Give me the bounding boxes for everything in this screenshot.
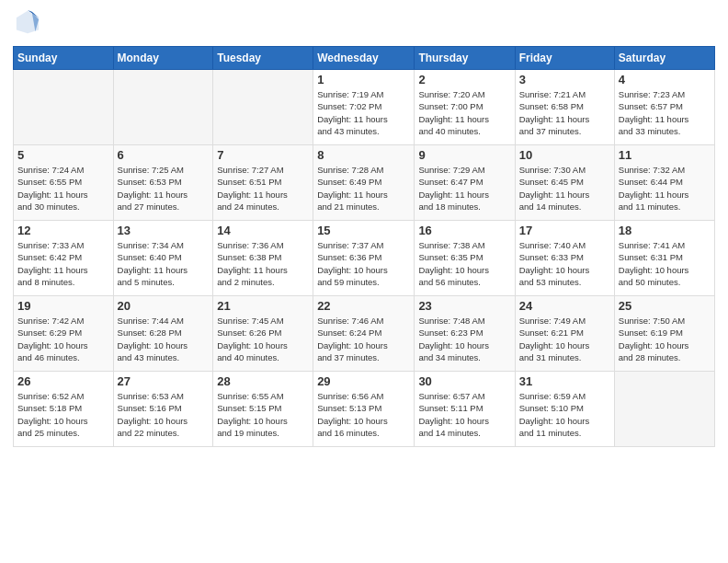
calendar-day [213, 70, 313, 145]
calendar-day: 14Sunrise: 7:36 AM Sunset: 6:38 PM Dayli… [213, 221, 313, 296]
calendar-day: 27Sunrise: 6:53 AM Sunset: 5:16 PM Dayli… [113, 372, 213, 447]
day-header-wednesday: Wednesday [313, 47, 415, 70]
day-number: 13 [118, 224, 210, 237]
calendar-day: 7Sunrise: 7:27 AM Sunset: 6:51 PM Daylig… [213, 145, 313, 221]
day-info: Sunrise: 7:32 AM Sunset: 6:44 PM Dayligh… [619, 164, 711, 213]
day-number: 15 [317, 224, 410, 237]
calendar-day: 5Sunrise: 7:24 AM Sunset: 6:55 PM Daylig… [14, 145, 114, 221]
day-info: Sunrise: 7:38 AM Sunset: 6:35 PM Dayligh… [418, 239, 510, 288]
day-number: 6 [118, 148, 210, 162]
day-info: Sunrise: 7:41 AM Sunset: 6:31 PM Dayligh… [619, 239, 711, 288]
day-info: Sunrise: 7:49 AM Sunset: 6:21 PM Dayligh… [519, 315, 610, 363]
day-number: 31 [519, 374, 610, 388]
week-row-3: 19Sunrise: 7:42 AM Sunset: 6:29 PM Dayli… [14, 296, 715, 372]
day-info: Sunrise: 7:45 AM Sunset: 6:26 PM Dayligh… [217, 315, 309, 363]
logo [13, 9, 42, 39]
calendar-day: 29Sunrise: 6:56 AM Sunset: 5:13 PM Dayli… [313, 372, 415, 447]
calendar-day: 31Sunrise: 6:59 AM Sunset: 5:10 PM Dayli… [515, 372, 614, 447]
calendar-day: 19Sunrise: 7:42 AM Sunset: 6:29 PM Dayli… [14, 296, 114, 372]
day-number: 30 [418, 374, 510, 388]
day-info: Sunrise: 6:52 AM Sunset: 5:18 PM Dayligh… [17, 390, 109, 439]
day-number: 4 [619, 73, 711, 86]
day-header-tuesday: Tuesday [213, 47, 313, 70]
day-info: Sunrise: 7:33 AM Sunset: 6:42 PM Dayligh… [17, 239, 109, 288]
day-info: Sunrise: 7:36 AM Sunset: 6:38 PM Dayligh… [217, 239, 309, 288]
day-number: 11 [619, 148, 711, 162]
day-info: Sunrise: 7:42 AM Sunset: 6:29 PM Dayligh… [17, 315, 109, 363]
day-number: 19 [17, 299, 109, 313]
calendar-day [113, 70, 213, 145]
calendar-day: 13Sunrise: 7:34 AM Sunset: 6:40 PM Dayli… [113, 221, 213, 296]
day-info: Sunrise: 7:19 AM Sunset: 7:02 PM Dayligh… [317, 88, 410, 137]
calendar-day: 18Sunrise: 7:41 AM Sunset: 6:31 PM Dayli… [614, 221, 714, 296]
day-number: 1 [317, 73, 410, 86]
day-info: Sunrise: 7:48 AM Sunset: 6:23 PM Dayligh… [418, 315, 510, 363]
calendar-day: 10Sunrise: 7:30 AM Sunset: 6:45 PM Dayli… [515, 145, 614, 221]
day-number: 18 [619, 224, 711, 237]
day-info: Sunrise: 7:40 AM Sunset: 6:33 PM Dayligh… [519, 239, 610, 288]
day-number: 8 [317, 148, 410, 162]
day-number: 22 [317, 299, 410, 313]
calendar-day: 12Sunrise: 7:33 AM Sunset: 6:42 PM Dayli… [14, 221, 114, 296]
calendar-day: 17Sunrise: 7:40 AM Sunset: 6:33 PM Dayli… [515, 221, 614, 296]
calendar-day: 8Sunrise: 7:28 AM Sunset: 6:49 PM Daylig… [313, 145, 415, 221]
calendar-day: 2Sunrise: 7:20 AM Sunset: 7:00 PM Daylig… [415, 70, 515, 145]
day-info: Sunrise: 7:27 AM Sunset: 6:51 PM Dayligh… [217, 164, 309, 213]
day-number: 28 [217, 374, 309, 388]
day-info: Sunrise: 7:28 AM Sunset: 6:49 PM Dayligh… [317, 164, 410, 213]
day-info: Sunrise: 7:23 AM Sunset: 6:57 PM Dayligh… [619, 88, 711, 137]
day-info: Sunrise: 6:56 AM Sunset: 5:13 PM Dayligh… [317, 390, 410, 439]
calendar-day: 6Sunrise: 7:25 AM Sunset: 6:53 PM Daylig… [113, 145, 213, 221]
calendar-day: 4Sunrise: 7:23 AM Sunset: 6:57 PM Daylig… [614, 70, 714, 145]
day-header-sunday: Sunday [14, 47, 114, 70]
calendar-header-row: SundayMondayTuesdayWednesdayThursdayFrid… [14, 47, 715, 70]
day-info: Sunrise: 7:37 AM Sunset: 6:36 PM Dayligh… [317, 239, 410, 288]
day-info: Sunrise: 7:30 AM Sunset: 6:45 PM Dayligh… [519, 164, 610, 213]
week-row-0: 1Sunrise: 7:19 AM Sunset: 7:02 PM Daylig… [14, 70, 715, 145]
calendar-table: SundayMondayTuesdayWednesdayThursdayFrid… [13, 46, 715, 447]
day-info: Sunrise: 7:46 AM Sunset: 6:24 PM Dayligh… [317, 315, 410, 363]
calendar-container: SundayMondayTuesdayWednesdayThursdayFrid… [0, 0, 728, 456]
header [13, 9, 715, 39]
calendar-day: 3Sunrise: 7:21 AM Sunset: 6:58 PM Daylig… [515, 70, 614, 145]
day-info: Sunrise: 7:44 AM Sunset: 6:28 PM Dayligh… [118, 315, 210, 363]
calendar-day: 15Sunrise: 7:37 AM Sunset: 6:36 PM Dayli… [313, 221, 415, 296]
calendar-day: 23Sunrise: 7:48 AM Sunset: 6:23 PM Dayli… [415, 296, 515, 372]
day-number: 10 [519, 148, 610, 162]
day-number: 12 [17, 224, 109, 237]
day-header-monday: Monday [113, 47, 213, 70]
day-info: Sunrise: 6:55 AM Sunset: 5:15 PM Dayligh… [217, 390, 309, 439]
day-header-saturday: Saturday [614, 47, 714, 70]
day-header-friday: Friday [515, 47, 614, 70]
day-number: 2 [418, 73, 510, 86]
calendar-day: 11Sunrise: 7:32 AM Sunset: 6:44 PM Dayli… [614, 145, 714, 221]
calendar-day: 21Sunrise: 7:45 AM Sunset: 6:26 PM Dayli… [213, 296, 313, 372]
calendar-day: 25Sunrise: 7:50 AM Sunset: 6:19 PM Dayli… [614, 296, 714, 372]
day-number: 26 [17, 374, 109, 388]
calendar-day: 28Sunrise: 6:55 AM Sunset: 5:15 PM Dayli… [213, 372, 313, 447]
calendar-day: 30Sunrise: 6:57 AM Sunset: 5:11 PM Dayli… [415, 372, 515, 447]
calendar-day: 26Sunrise: 6:52 AM Sunset: 5:18 PM Dayli… [14, 372, 114, 447]
calendar-day [14, 70, 114, 145]
calendar-day: 20Sunrise: 7:44 AM Sunset: 6:28 PM Dayli… [113, 296, 213, 372]
day-info: Sunrise: 7:29 AM Sunset: 6:47 PM Dayligh… [418, 164, 510, 213]
day-info: Sunrise: 6:59 AM Sunset: 5:10 PM Dayligh… [519, 390, 610, 439]
calendar-day: 22Sunrise: 7:46 AM Sunset: 6:24 PM Dayli… [313, 296, 415, 372]
calendar-day: 1Sunrise: 7:19 AM Sunset: 7:02 PM Daylig… [313, 70, 415, 145]
calendar-day: 16Sunrise: 7:38 AM Sunset: 6:35 PM Dayli… [415, 221, 515, 296]
day-number: 7 [217, 148, 309, 162]
week-row-1: 5Sunrise: 7:24 AM Sunset: 6:55 PM Daylig… [14, 145, 715, 221]
calendar-day: 24Sunrise: 7:49 AM Sunset: 6:21 PM Dayli… [515, 296, 614, 372]
day-number: 17 [519, 224, 610, 237]
day-info: Sunrise: 7:34 AM Sunset: 6:40 PM Dayligh… [118, 239, 210, 288]
day-number: 20 [118, 299, 210, 313]
day-number: 23 [418, 299, 510, 313]
calendar-day: 9Sunrise: 7:29 AM Sunset: 6:47 PM Daylig… [415, 145, 515, 221]
logo-icon [15, 9, 40, 35]
day-number: 16 [418, 224, 510, 237]
day-number: 21 [217, 299, 309, 313]
day-info: Sunrise: 7:20 AM Sunset: 7:00 PM Dayligh… [418, 88, 510, 137]
day-number: 24 [519, 299, 610, 313]
day-number: 25 [619, 299, 711, 313]
calendar-day [614, 372, 714, 447]
